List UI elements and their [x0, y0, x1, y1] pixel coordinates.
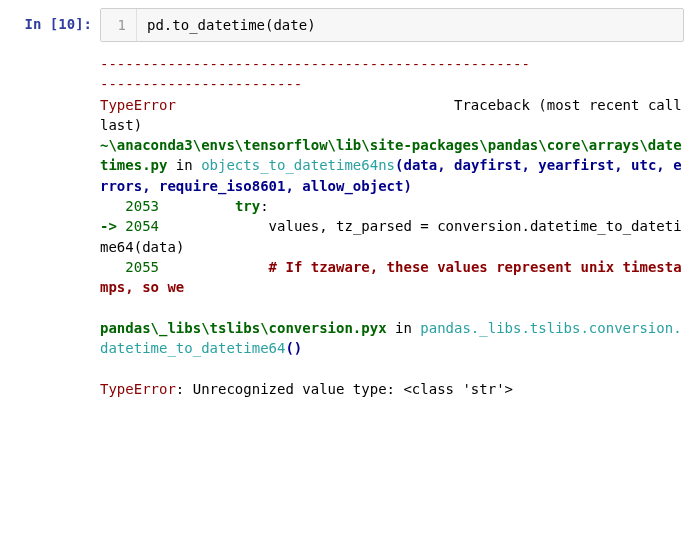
frame2-parens: (): [285, 340, 302, 356]
colon-2053: :: [260, 198, 268, 214]
code-2054-values: values: [167, 218, 319, 234]
code-2054-dot: .: [521, 218, 529, 234]
input-cell: In [10]: 1 pd.to_datetime(date): [8, 8, 684, 42]
code-2054-lparen: (: [134, 239, 142, 255]
code-text[interactable]: pd.to_datetime(date): [137, 9, 683, 41]
try-keyword: try: [167, 198, 260, 214]
code-2054-eq: =: [420, 218, 428, 234]
in-keyword-1: in: [167, 157, 201, 173]
lineno-2054: 2054: [125, 218, 167, 234]
code-2054-conversion: conversion: [429, 218, 522, 234]
arrow-indicator: ->: [100, 218, 125, 234]
dashes-line-1: ----------------------------------------…: [100, 56, 530, 72]
final-error-message: : Unrecognized value type: <class 'str'>: [176, 381, 513, 397]
code-2054-rparen: ): [176, 239, 184, 255]
line-number-gutter: 1: [101, 9, 137, 41]
input-prompt: In [10]:: [8, 8, 100, 32]
code-input-area[interactable]: 1 pd.to_datetime(date): [100, 8, 684, 42]
in-keyword-2: in: [387, 320, 421, 336]
code-2054-data: data: [142, 239, 176, 255]
frame2-file-path: pandas\_libs\tslibs\conversion.pyx: [100, 320, 387, 336]
lineno-2053: 2053: [100, 198, 167, 214]
comment-2055: # If tzaware, these values represent uni…: [100, 259, 682, 295]
lineno-2055: 2055: [100, 259, 167, 275]
final-error-type: TypeError: [100, 381, 176, 397]
dashes-line-2: ------------------------: [100, 76, 302, 92]
code-2054-tzparsed: tz_parsed: [328, 218, 421, 234]
gap-spaces: [176, 97, 454, 113]
output-cell: ----------------------------------------…: [8, 50, 684, 403]
code-2054-comma: ,: [319, 218, 327, 234]
frame1-function-name: objects_to_datetime64ns: [201, 157, 395, 173]
error-type-name: TypeError: [100, 97, 176, 113]
traceback-output: ----------------------------------------…: [100, 50, 684, 403]
